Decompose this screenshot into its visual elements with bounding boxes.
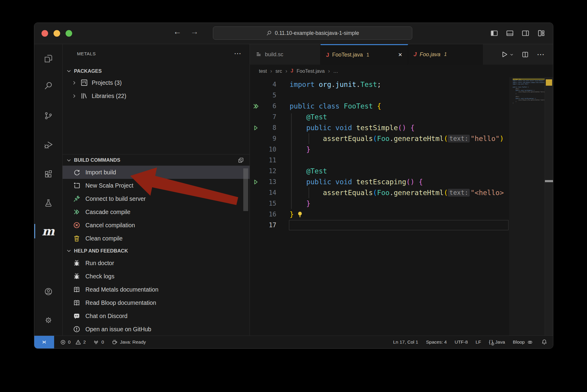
testing-flask-icon[interactable] <box>34 196 62 210</box>
sidebar-item-chat-discord[interactable]: Chat on Discord <box>63 309 250 323</box>
run-test-icon[interactable] <box>250 103 262 110</box>
java-status[interactable]: Java: Ready <box>111 339 146 345</box>
code-token: @Test <box>306 113 327 121</box>
editor-more-actions-icon[interactable]: ⋯ <box>537 53 545 56</box>
close-tab-icon[interactable]: ✕ <box>398 52 402 58</box>
remote-indicator[interactable] <box>34 336 54 348</box>
overview-ruler[interactable] <box>545 77 553 335</box>
extensions-icon[interactable] <box>34 167 62 181</box>
minimap-zone[interactable] <box>509 77 545 335</box>
minimap[interactable]: package foo;import static org.junit.Asse… <box>513 78 545 104</box>
minimap-line: import static org.junit.Assert.assertEqu… <box>513 80 545 81</box>
build-server-status[interactable]: Bloop <box>513 339 533 345</box>
indentation[interactable]: Spaces: 4 <box>426 339 447 345</box>
encoding[interactable]: UTF-8 <box>455 339 468 345</box>
code-line[interactable]: 15 } <box>250 198 509 209</box>
code-line[interactable]: 16} <box>250 209 509 220</box>
chevron-down-icon <box>510 53 514 57</box>
sidebar-item-cascade-compile[interactable]: Cascade compile <box>63 205 250 219</box>
coffee-cup-icon <box>111 339 118 345</box>
explorer-icon[interactable] <box>34 51 62 66</box>
settings-gear-icon[interactable] <box>34 313 62 327</box>
split-editor-icon[interactable] <box>521 51 529 58</box>
ports-status[interactable]: 0 <box>93 339 104 345</box>
line-number: 7 <box>262 113 276 121</box>
project-icon <box>80 79 88 87</box>
run-file-button[interactable] <box>501 51 514 58</box>
run-test-icon[interactable] <box>250 124 262 131</box>
code-line[interactable]: 12 @Test <box>250 166 509 176</box>
code-line[interactable]: 5 <box>250 90 509 101</box>
problems-status[interactable]: 0 2 <box>60 339 86 345</box>
minimize-window-button[interactable] <box>54 30 60 37</box>
code-line[interactable]: 11 <box>250 155 509 166</box>
history-forward-button[interactable]: → <box>190 27 198 36</box>
cursor-position[interactable]: Ln 17, Col 1 <box>393 339 418 345</box>
metals-view-icon[interactable]: m <box>34 224 62 238</box>
code-token: public <box>290 102 319 110</box>
code-line[interactable]: 13 public void testEscaping() { <box>250 176 509 187</box>
run-debug-icon[interactable] <box>34 138 62 152</box>
sidebar-item-import-build[interactable]: Import build <box>63 166 250 179</box>
sidebar-item-open-github-issue[interactable]: Open an issue on GitHub <box>63 323 250 335</box>
tab-footest-java[interactable]: J FooTest.java 1 ✕ <box>321 44 408 65</box>
code-token: ( <box>373 189 377 197</box>
sidebar-item-libraries[interactable]: Libraries (22) <box>63 89 250 103</box>
language-mode[interactable]: { } Java <box>489 339 505 345</box>
issue-icon <box>73 325 81 333</box>
section-help-feedback[interactable]: HELP AND FEEDBACK <box>63 245 250 256</box>
eol-sequence[interactable]: LF <box>476 339 481 345</box>
breadcrumb-separator: › <box>328 68 330 74</box>
sidebar-item-projects[interactable]: Projects (3) <box>63 76 250 89</box>
toggle-panel-icon[interactable] <box>506 29 514 37</box>
radio-tower-icon <box>93 339 99 345</box>
sidebar-item-read-metals-docs[interactable]: Read Metals documentation <box>63 283 250 296</box>
tab-build-sc[interactable]: build.sc <box>250 44 321 65</box>
close-window-button[interactable] <box>41 30 48 37</box>
toggle-primary-sidebar-icon[interactable] <box>490 29 498 37</box>
breadcrumb-item[interactable]: test <box>259 68 267 74</box>
accounts-icon[interactable] <box>34 284 62 299</box>
sidebar-item-connect-build-server[interactable]: Connect to build server <box>63 192 250 205</box>
breadcrumb[interactable]: test › src › J FooTest.java › … <box>250 65 553 77</box>
sidebar-item-clean-compile[interactable]: Clean compile <box>63 232 250 245</box>
code-line[interactable]: 17 <box>250 220 509 231</box>
breadcrumb-item[interactable]: src <box>275 68 282 74</box>
sidebar-item-read-bloop-docs[interactable]: Read Bloop documentation <box>63 296 250 309</box>
code-line[interactable]: 4import org.junit.Test; <box>250 79 509 90</box>
sidebar-item-check-logs[interactable]: Check logs <box>63 270 250 283</box>
code-line[interactable]: 10 } <box>250 144 509 155</box>
code-editor[interactable]: 4import org.junit.Test;56public class Fo… <box>250 77 553 335</box>
command-center-search[interactable]: 0.11.10-example-basicjava-1-simple <box>213 26 412 40</box>
section-action-icon[interactable] <box>238 157 244 164</box>
sidebar-item-new-scala-project[interactable]: New Scala Project <box>63 179 250 192</box>
code-line[interactable]: 9 assertEquals(Foo.generateHtml(text:"he… <box>250 133 509 144</box>
sidebar-scrollbar[interactable] <box>243 168 248 211</box>
zoom-window-button[interactable] <box>66 30 72 37</box>
notifications-bell-icon[interactable] <box>541 339 548 345</box>
code-line[interactable]: 6public class FooTest { <box>250 101 509 112</box>
line-number: 15 <box>262 200 276 207</box>
sidebar-item-run-doctor[interactable]: Run doctor <box>63 256 250 270</box>
customize-layout-icon[interactable] <box>537 29 545 37</box>
search-view-icon[interactable] <box>34 78 62 93</box>
code-line[interactable]: 8 public void testSimple() { <box>250 122 509 133</box>
error-icon <box>60 339 66 345</box>
section-packages[interactable]: PACKAGES <box>63 66 250 76</box>
code-line[interactable]: 7 @Test <box>250 112 509 122</box>
source-control-icon[interactable] <box>34 109 62 123</box>
remote-icon <box>41 339 48 345</box>
line-number: 4 <box>262 81 276 88</box>
library-icon <box>80 92 88 100</box>
sidebar-more-actions-icon[interactable]: ⋯ <box>234 52 242 55</box>
run-test-icon[interactable] <box>250 179 262 185</box>
ports-count: 0 <box>101 339 104 345</box>
breadcrumb-item[interactable]: FooTest.java <box>297 68 325 74</box>
sidebar-item-cancel-compilation[interactable]: Cancel compilation <box>63 219 250 232</box>
history-back-button[interactable]: ← <box>173 27 181 36</box>
tab-foo-java[interactable]: J Foo.java 1 <box>408 44 483 65</box>
toggle-secondary-sidebar-icon[interactable] <box>521 29 530 37</box>
code-line[interactable]: 14 assertEquals(Foo.generateHtml(text:"<… <box>250 187 509 198</box>
section-build-commands[interactable]: BUILD COMMANDS <box>63 154 250 166</box>
breadcrumb-item[interactable]: … <box>333 68 338 74</box>
